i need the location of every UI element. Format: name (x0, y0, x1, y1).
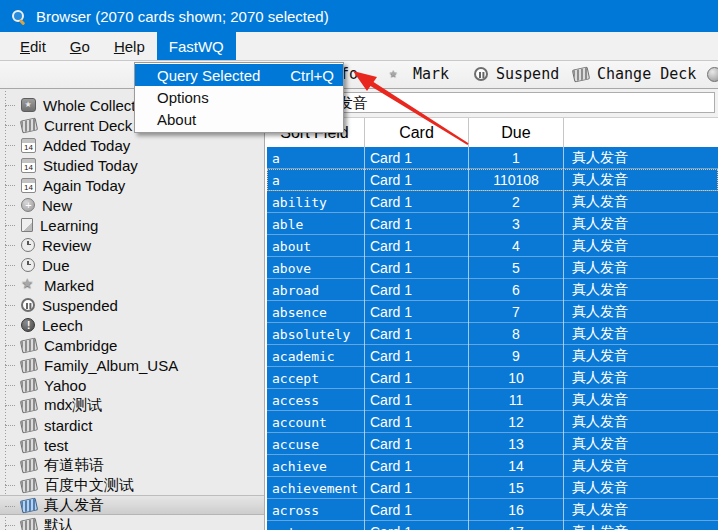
table-row[interactable]: achievement Card 1 15 真人发音 (267, 477, 718, 499)
sidebar-item[interactable]: 百度中文测试 (0, 475, 264, 495)
sidebar-item[interactable]: Again Today (0, 175, 264, 195)
sidebar-item[interactable]: 有道韩语 (0, 455, 264, 475)
table-row[interactable]: a Card 1 1 真人发音 (267, 147, 718, 169)
table-row[interactable]: accept Card 1 10 真人发音 (267, 367, 718, 389)
sidebar-item[interactable]: 真人发音 (0, 495, 264, 515)
toolbar-button[interactable]: Change Deck (573, 61, 696, 87)
sidebar-item[interactable]: Family_Album_USA (0, 355, 264, 375)
collection-icon (21, 98, 36, 112)
card-table-pane: deck:真人发音 Sort Field Card Due a Card 1 1… (264, 89, 718, 530)
menu-item[interactable]: Options (135, 86, 343, 108)
table-row[interactable]: access Card 1 11 真人发音 (267, 389, 718, 411)
star-icon (21, 277, 37, 293)
toolbar: Info Mark Suspend Change Deck (0, 61, 718, 89)
sidebar-item[interactable]: stardict (0, 415, 264, 435)
sidebar-item[interactable]: Learning (0, 215, 264, 235)
deck-icon (20, 457, 38, 473)
browser-window: Browser (2070 cards shown; 2070 selected… (0, 0, 718, 530)
fastwq-menu: Query Selected Ctrl+Q Options About (134, 62, 344, 133)
leech-icon (21, 318, 35, 332)
menu-bar: Edit Go Help FastWQ (0, 32, 718, 61)
deck-icon (20, 337, 38, 353)
deck-icon (20, 517, 38, 530)
deck-icon (572, 66, 590, 82)
table-row[interactable]: able Card 1 3 真人发音 (267, 213, 718, 235)
calendar-icon (21, 138, 36, 153)
table-row[interactable]: ability Card 1 2 真人发音 (267, 191, 718, 213)
menubar-item[interactable]: FastWQ (157, 32, 236, 60)
window-title: Browser (2070 cards shown; 2070 selected… (36, 8, 329, 25)
table-row[interactable]: achieve Card 1 14 真人发音 (267, 455, 718, 477)
deck-icon (20, 397, 38, 413)
table-row[interactable]: a Card 1 110108 真人发音 (267, 169, 718, 191)
search-icon (11, 9, 26, 24)
table-row[interactable]: above Card 1 5 真人发音 (267, 257, 718, 279)
header-card[interactable]: Card (364, 118, 468, 147)
sidebar-item[interactable]: New (0, 195, 264, 215)
table-row[interactable]: academic Card 1 9 真人发音 (267, 345, 718, 367)
toolbar-button[interactable]: Suspend (474, 61, 559, 87)
deck-icon (20, 377, 38, 393)
sidebar-item[interactable]: Studied Today (0, 155, 264, 175)
header-deck[interactable] (563, 118, 718, 147)
toolbar-button[interactable]: Mark (389, 61, 449, 87)
sidebar-item[interactable]: Added Today (0, 135, 264, 155)
new-icon (21, 198, 35, 212)
table-row[interactable]: account Card 1 12 真人发音 (267, 411, 718, 433)
sidebar-item[interactable]: Review (0, 235, 264, 255)
menu-item[interactable]: About (135, 108, 343, 130)
sidebar-item[interactable]: Suspended (0, 295, 264, 315)
table-row[interactable]: accuse Card 1 13 真人发音 (267, 433, 718, 455)
menubar-item[interactable]: Edit (8, 32, 58, 60)
deck-blue-icon (20, 497, 38, 513)
sidebar-item[interactable]: Leech (0, 315, 264, 335)
sidebar-item[interactable]: Due (0, 255, 264, 275)
sidebar-item[interactable]: test (0, 435, 264, 455)
table-row[interactable]: act Card 1 17 真人发音 (267, 521, 718, 530)
sidebar: Whole Collection Current Deck Added Toda… (0, 89, 264, 530)
calendar-icon (21, 158, 36, 173)
sidebar-item[interactable]: Yahoo (0, 375, 264, 395)
deck-icon (20, 477, 38, 493)
deck-icon (20, 437, 38, 453)
pause-icon (21, 298, 35, 312)
deck-icon (20, 117, 38, 133)
deck-icon (20, 357, 38, 373)
table-row[interactable]: about Card 1 4 真人发音 (267, 235, 718, 257)
menu-item[interactable]: Query Selected Ctrl+Q (135, 64, 343, 86)
table-row[interactable]: absolutely Card 1 8 真人发音 (267, 323, 718, 345)
sidebar-item[interactable]: Cambridge (0, 335, 264, 355)
title-bar: Browser (2070 cards shown; 2070 selected… (0, 0, 718, 32)
toolbar-extra-icon[interactable] (707, 67, 718, 82)
sidebar-item[interactable]: mdx测试 (0, 395, 264, 415)
table-row[interactable]: across Card 1 16 真人发音 (267, 499, 718, 521)
star-icon (389, 66, 405, 82)
pause-icon (474, 67, 488, 81)
table-row[interactable]: absence Card 1 7 真人发音 (267, 301, 718, 323)
sidebar-item[interactable]: Marked (0, 275, 264, 295)
table-row[interactable]: abroad Card 1 6 真人发音 (267, 279, 718, 301)
learning-icon (21, 218, 33, 232)
calendar-icon (21, 178, 36, 193)
sidebar-item[interactable]: 默认 (0, 515, 264, 530)
deck-icon (20, 417, 38, 433)
menubar-item[interactable]: Help (102, 32, 157, 60)
clock-icon (21, 238, 35, 252)
clock-icon (21, 258, 35, 272)
card-rows: a Card 1 1 真人发音 a Card 1 110108 真人发音 abi… (265, 147, 718, 530)
header-due[interactable]: Due (468, 118, 563, 147)
menubar-item[interactable]: Go (58, 32, 102, 60)
